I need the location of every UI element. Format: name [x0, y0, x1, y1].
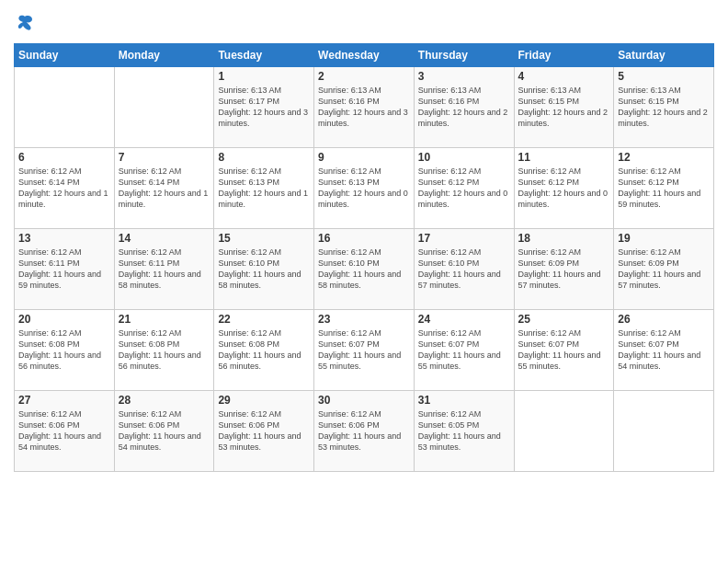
day-cell: 9Sunrise: 6:12 AM Sunset: 6:13 PM Daylig…	[314, 147, 415, 228]
week-row-4: 20Sunrise: 6:12 AM Sunset: 6:08 PM Dayli…	[15, 309, 714, 390]
day-number: 18	[518, 232, 610, 245]
day-cell: 26Sunrise: 6:12 AM Sunset: 6:07 PM Dayli…	[614, 309, 714, 390]
day-number: 23	[318, 313, 410, 326]
day-cell: 3Sunrise: 6:13 AM Sunset: 6:16 PM Daylig…	[414, 66, 514, 147]
day-cell: 31Sunrise: 6:12 AM Sunset: 6:05 PM Dayli…	[414, 390, 514, 471]
day-info: Sunrise: 6:12 AM Sunset: 6:06 PM Dayligh…	[318, 408, 410, 454]
header-cell-tuesday: Tuesday	[214, 43, 314, 66]
calendar-body: 1Sunrise: 6:13 AM Sunset: 6:17 PM Daylig…	[15, 66, 714, 471]
day-number: 19	[618, 232, 710, 245]
week-row-3: 13Sunrise: 6:12 AM Sunset: 6:11 PM Dayli…	[15, 228, 714, 309]
header-cell-wednesday: Wednesday	[314, 43, 415, 66]
day-number: 11	[518, 151, 610, 164]
day-cell: 11Sunrise: 6:12 AM Sunset: 6:12 PM Dayli…	[514, 147, 614, 228]
day-info: Sunrise: 6:12 AM Sunset: 6:07 PM Dayligh…	[618, 327, 710, 373]
day-cell: 10Sunrise: 6:12 AM Sunset: 6:12 PM Dayli…	[414, 147, 514, 228]
day-info: Sunrise: 6:12 AM Sunset: 6:06 PM Dayligh…	[218, 408, 310, 454]
day-number: 20	[18, 313, 110, 326]
day-cell: 8Sunrise: 6:12 AM Sunset: 6:13 PM Daylig…	[214, 147, 314, 228]
day-info: Sunrise: 6:12 AM Sunset: 6:08 PM Dayligh…	[218, 327, 310, 373]
day-info: Sunrise: 6:12 AM Sunset: 6:07 PM Dayligh…	[418, 327, 510, 373]
header-row: SundayMondayTuesdayWednesdayThursdayFrid…	[15, 43, 714, 66]
day-number: 1	[218, 70, 310, 83]
header-cell-saturday: Saturday	[614, 43, 714, 66]
day-cell: 15Sunrise: 6:12 AM Sunset: 6:10 PM Dayli…	[214, 228, 314, 309]
day-cell: 16Sunrise: 6:12 AM Sunset: 6:10 PM Dayli…	[314, 228, 415, 309]
day-info: Sunrise: 6:12 AM Sunset: 6:10 PM Dayligh…	[218, 247, 310, 292]
header-cell-monday: Monday	[114, 43, 214, 66]
header-cell-sunday: Sunday	[15, 43, 115, 66]
day-cell: 18Sunrise: 6:12 AM Sunset: 6:09 PM Dayli…	[514, 228, 614, 309]
day-cell: 30Sunrise: 6:12 AM Sunset: 6:06 PM Dayli…	[314, 390, 415, 471]
day-cell: 24Sunrise: 6:12 AM Sunset: 6:07 PM Dayli…	[414, 309, 514, 390]
logo-text	[14, 13, 34, 36]
day-cell: 6Sunrise: 6:12 AM Sunset: 6:14 PM Daylig…	[15, 147, 115, 228]
day-info: Sunrise: 6:12 AM Sunset: 6:14 PM Dayligh…	[119, 166, 210, 211]
day-number: 21	[119, 313, 210, 326]
day-number: 22	[218, 313, 310, 326]
week-row-5: 27Sunrise: 6:12 AM Sunset: 6:06 PM Dayli…	[15, 390, 714, 471]
day-info: Sunrise: 6:13 AM Sunset: 6:16 PM Dayligh…	[318, 85, 410, 130]
day-info: Sunrise: 6:13 AM Sunset: 6:17 PM Dayligh…	[218, 85, 310, 130]
day-cell: 22Sunrise: 6:12 AM Sunset: 6:08 PM Dayli…	[214, 309, 314, 390]
calendar-header: SundayMondayTuesdayWednesdayThursdayFrid…	[15, 43, 714, 66]
page: SundayMondayTuesdayWednesdayThursdayFrid…	[0, 0, 728, 563]
day-number: 13	[18, 232, 110, 245]
day-info: Sunrise: 6:12 AM Sunset: 6:06 PM Dayligh…	[18, 408, 110, 454]
day-info: Sunrise: 6:12 AM Sunset: 6:10 PM Dayligh…	[418, 247, 510, 292]
day-number: 2	[318, 70, 410, 83]
day-info: Sunrise: 6:13 AM Sunset: 6:15 PM Dayligh…	[618, 85, 710, 130]
day-number: 16	[318, 232, 410, 245]
day-info: Sunrise: 6:13 AM Sunset: 6:15 PM Dayligh…	[518, 85, 610, 130]
day-info: Sunrise: 6:12 AM Sunset: 6:12 PM Dayligh…	[518, 166, 610, 211]
day-number: 29	[218, 394, 310, 407]
day-number: 3	[418, 70, 510, 83]
day-info: Sunrise: 6:12 AM Sunset: 6:12 PM Dayligh…	[418, 166, 510, 211]
day-info: Sunrise: 6:12 AM Sunset: 6:13 PM Dayligh…	[318, 166, 410, 211]
day-cell: 14Sunrise: 6:12 AM Sunset: 6:11 PM Dayli…	[114, 228, 214, 309]
day-info: Sunrise: 6:12 AM Sunset: 6:09 PM Dayligh…	[518, 247, 610, 292]
day-number: 31	[418, 394, 510, 407]
day-number: 8	[218, 151, 310, 164]
day-cell: 12Sunrise: 6:12 AM Sunset: 6:12 PM Dayli…	[614, 147, 714, 228]
day-cell: 2Sunrise: 6:13 AM Sunset: 6:16 PM Daylig…	[314, 66, 415, 147]
day-number: 27	[18, 394, 110, 407]
day-info: Sunrise: 6:12 AM Sunset: 6:08 PM Dayligh…	[18, 327, 110, 373]
day-number: 9	[318, 151, 410, 164]
day-cell	[614, 390, 714, 471]
day-cell: 5Sunrise: 6:13 AM Sunset: 6:15 PM Daylig…	[614, 66, 714, 147]
logo-bird-icon	[16, 13, 34, 31]
week-row-2: 6Sunrise: 6:12 AM Sunset: 6:14 PM Daylig…	[15, 147, 714, 228]
day-info: Sunrise: 6:12 AM Sunset: 6:07 PM Dayligh…	[518, 327, 610, 373]
day-info: Sunrise: 6:13 AM Sunset: 6:16 PM Dayligh…	[418, 85, 510, 130]
day-number: 28	[119, 394, 210, 407]
day-cell: 4Sunrise: 6:13 AM Sunset: 6:15 PM Daylig…	[514, 66, 614, 147]
day-cell: 28Sunrise: 6:12 AM Sunset: 6:06 PM Dayli…	[114, 390, 214, 471]
day-number: 7	[119, 151, 210, 164]
day-cell	[114, 66, 214, 147]
day-info: Sunrise: 6:12 AM Sunset: 6:07 PM Dayligh…	[318, 327, 410, 373]
day-number: 5	[618, 70, 710, 83]
day-number: 17	[418, 232, 510, 245]
day-number: 24	[418, 313, 510, 326]
logo	[14, 13, 34, 36]
day-number: 4	[518, 70, 610, 83]
day-cell	[514, 390, 614, 471]
day-info: Sunrise: 6:12 AM Sunset: 6:08 PM Dayligh…	[119, 327, 210, 373]
day-cell: 1Sunrise: 6:13 AM Sunset: 6:17 PM Daylig…	[214, 66, 314, 147]
day-info: Sunrise: 6:12 AM Sunset: 6:13 PM Dayligh…	[218, 166, 310, 211]
day-cell: 19Sunrise: 6:12 AM Sunset: 6:09 PM Dayli…	[614, 228, 714, 309]
day-cell: 27Sunrise: 6:12 AM Sunset: 6:06 PM Dayli…	[15, 390, 115, 471]
day-number: 26	[618, 313, 710, 326]
day-number: 10	[418, 151, 510, 164]
day-number: 15	[218, 232, 310, 245]
calendar-table: SundayMondayTuesdayWednesdayThursdayFrid…	[14, 43, 714, 472]
day-cell: 23Sunrise: 6:12 AM Sunset: 6:07 PM Dayli…	[314, 309, 415, 390]
day-cell: 13Sunrise: 6:12 AM Sunset: 6:11 PM Dayli…	[15, 228, 115, 309]
header-cell-friday: Friday	[514, 43, 614, 66]
day-number: 30	[318, 394, 410, 407]
day-info: Sunrise: 6:12 AM Sunset: 6:12 PM Dayligh…	[618, 166, 710, 211]
day-info: Sunrise: 6:12 AM Sunset: 6:14 PM Dayligh…	[18, 166, 110, 211]
day-cell: 17Sunrise: 6:12 AM Sunset: 6:10 PM Dayli…	[414, 228, 514, 309]
day-number: 14	[119, 232, 210, 245]
